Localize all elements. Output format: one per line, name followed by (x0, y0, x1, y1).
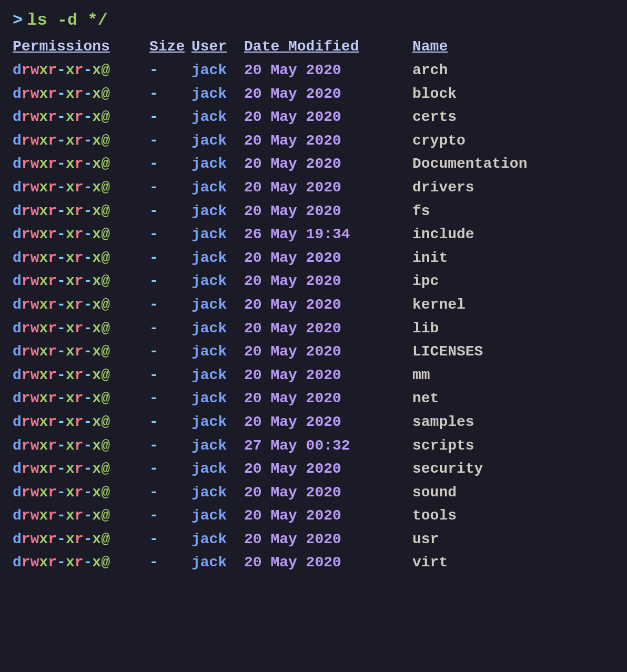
perm-char: - (57, 435, 66, 457)
perm-char: - (84, 552, 93, 574)
table-row: drwxr-xr-x@-jack20 May 2020tools (13, 504, 614, 528)
command-line: > ls -d */ (13, 11, 614, 30)
perm-char: x (39, 552, 48, 574)
perm-char: d (13, 435, 22, 457)
perm-char: @ (101, 84, 110, 105)
date-cell: 20 May 2020 (244, 130, 412, 152)
date-cell: 20 May 2020 (244, 84, 412, 105)
perm-char: x (39, 341, 48, 363)
perm-char: x (66, 435, 75, 457)
perm-cell: drwxr-xr-x@ (13, 107, 149, 128)
perm-char: - (57, 177, 66, 199)
size-cell: - (149, 60, 191, 82)
perm-char: r (48, 294, 57, 316)
size-cell: - (149, 154, 191, 175)
perm-char: - (57, 505, 66, 527)
perm-char: w (31, 84, 39, 105)
date-cell: 27 May 00:32 (244, 435, 412, 457)
perm-char: d (13, 177, 22, 199)
perm-char: - (84, 201, 93, 222)
perm-char: w (31, 294, 39, 316)
perm-char: - (57, 318, 66, 340)
perm-char: r (22, 365, 31, 386)
table-row: drwxr-xr-x@-jack20 May 2020samples (13, 411, 614, 434)
perm-char: r (22, 248, 31, 269)
size-cell: - (149, 341, 191, 363)
perm-char: r (75, 177, 84, 199)
perm-cell: drwxr-xr-x@ (13, 505, 149, 527)
perm-char: x (66, 201, 75, 222)
perm-char: @ (101, 201, 110, 222)
table-row: drwxr-xr-x@-jack20 May 2020fs (13, 200, 614, 223)
table-row: drwxr-xr-x@-jack20 May 2020security (13, 457, 614, 481)
user-cell: jack (191, 224, 244, 246)
perm-char: r (22, 552, 31, 574)
perm-cell: drwxr-xr-x@ (13, 271, 149, 292)
perm-char: x (66, 248, 75, 269)
perm-char: @ (101, 224, 110, 246)
perm-char: d (13, 529, 22, 551)
perm-char: @ (101, 388, 110, 410)
perm-char: - (84, 130, 93, 152)
perm-char: - (84, 318, 93, 340)
perm-char: r (48, 435, 57, 457)
date-cell: 20 May 2020 (244, 107, 412, 128)
name-cell: drivers (412, 177, 614, 199)
perm-char: - (57, 529, 66, 551)
date-cell: 20 May 2020 (244, 459, 412, 480)
size-cell: - (149, 365, 191, 386)
date-cell: 20 May 2020 (244, 529, 412, 551)
perm-cell: drwxr-xr-x@ (13, 388, 149, 410)
perm-char: w (31, 529, 39, 551)
perm-char: x (39, 365, 48, 386)
perm-char: x (92, 224, 101, 246)
perm-char: x (66, 505, 75, 527)
perm-char: x (39, 505, 48, 527)
perm-char: r (48, 177, 57, 199)
perm-char: d (13, 294, 22, 316)
perm-char: d (13, 154, 22, 175)
name-cell: lib (412, 318, 614, 340)
name-cell: tools (412, 505, 614, 527)
user-cell: jack (191, 154, 244, 175)
user-cell: jack (191, 341, 244, 363)
table-row: drwxr-xr-x@-jack20 May 2020init (13, 247, 614, 270)
perm-cell: drwxr-xr-x@ (13, 154, 149, 175)
size-cell: - (149, 248, 191, 269)
table-row: drwxr-xr-x@-jack20 May 2020arch (13, 59, 614, 83)
perm-char: @ (101, 107, 110, 128)
perm-char: @ (101, 318, 110, 340)
perm-char: r (22, 318, 31, 340)
perm-char: r (75, 482, 84, 504)
perm-cell: drwxr-xr-x@ (13, 412, 149, 433)
perm-char: - (84, 60, 93, 82)
file-list: drwxr-xr-x@-jack20 May 2020archdrwxr-xr-… (13, 59, 614, 575)
size-cell: - (149, 412, 191, 433)
perm-char: x (39, 482, 48, 504)
perm-char: x (66, 130, 75, 152)
perm-char: r (48, 529, 57, 551)
perm-char: x (66, 388, 75, 410)
perm-char: x (39, 201, 48, 222)
perm-char: x (39, 271, 48, 292)
user-cell: jack (191, 271, 244, 292)
perm-char: x (66, 107, 75, 128)
perm-char: r (48, 412, 57, 433)
table-row: drwxr-xr-x@-jack20 May 2020block (13, 83, 614, 106)
table-row: drwxr-xr-x@-jack27 May 00:32scripts (13, 434, 614, 458)
perm-char: r (22, 177, 31, 199)
perm-char: r (48, 248, 57, 269)
perm-char: x (39, 248, 48, 269)
name-cell: include (412, 224, 614, 246)
perm-char: @ (101, 435, 110, 457)
date-cell: 20 May 2020 (244, 412, 412, 433)
perm-char: - (57, 365, 66, 386)
perm-char: r (75, 107, 84, 128)
perm-char: d (13, 341, 22, 363)
perm-char: - (57, 224, 66, 246)
user-cell: jack (191, 365, 244, 386)
perm-char: r (22, 154, 31, 175)
name-cell: kernel (412, 294, 614, 316)
perm-char: - (84, 294, 93, 316)
name-cell: LICENSES (412, 341, 614, 363)
